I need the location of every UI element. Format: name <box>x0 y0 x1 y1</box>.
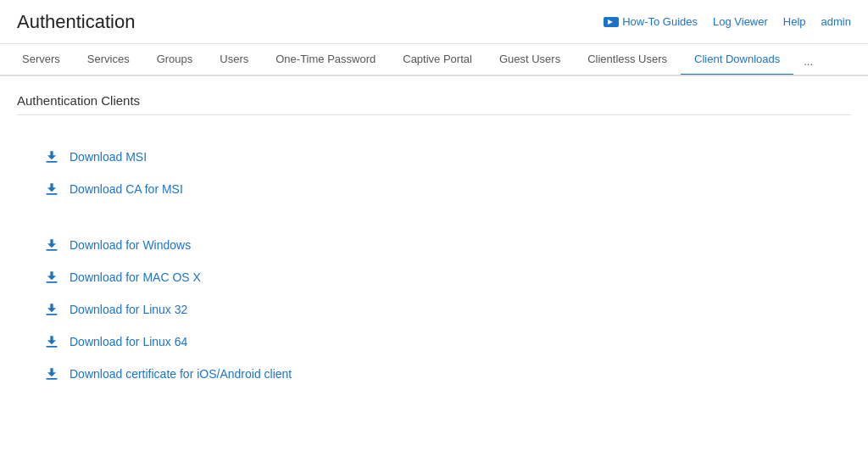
tab-one-time-password[interactable]: One-Time Password <box>262 44 389 76</box>
page-title: Authentication <box>17 11 135 33</box>
how-to-guides-link[interactable]: How-To Guides <box>604 15 698 28</box>
tab-guest-users[interactable]: Guest Users <box>486 44 574 76</box>
svg-rect-2 <box>46 249 57 251</box>
download-icon <box>42 180 61 198</box>
svg-rect-0 <box>46 161 57 163</box>
download-mac-link[interactable]: Download for MAC OS X <box>70 270 201 284</box>
tab-users[interactable]: Users <box>206 44 262 76</box>
download-item-windows[interactable]: Download for Windows <box>42 229 826 261</box>
svg-rect-1 <box>46 193 57 195</box>
download-icon <box>42 148 61 166</box>
svg-rect-6 <box>46 378 57 380</box>
download-ios-android-link[interactable]: Download certificate for iOS/Android cli… <box>70 367 292 381</box>
download-icon <box>42 236 61 254</box>
download-item-linux32[interactable]: Download for Linux 32 <box>42 293 826 326</box>
help-link[interactable]: Help <box>783 15 806 28</box>
admin-link[interactable]: admin <box>821 15 851 28</box>
download-icon <box>42 300 61 319</box>
tab-services[interactable]: Services <box>74 44 143 76</box>
download-linux32-link[interactable]: Download for Linux 32 <box>70 303 187 316</box>
svg-rect-5 <box>46 346 57 348</box>
svg-rect-3 <box>46 281 57 283</box>
divider <box>42 214 826 229</box>
tab-client-downloads[interactable]: Client Downloads <box>681 44 793 76</box>
download-group-2: Download for Windows Download for MAC OS… <box>42 229 826 390</box>
video-icon <box>604 17 619 27</box>
app-header: Authentication How-To Guides Log Viewer … <box>0 0 868 44</box>
download-item-ca-msi[interactable]: Download CA for MSI <box>42 173 826 205</box>
download-ca-msi-link[interactable]: Download CA for MSI <box>70 182 183 196</box>
tab-captive-portal[interactable]: Captive Portal <box>389 44 486 76</box>
main-content: Authentication Clients Download MSI <box>0 76 868 424</box>
tab-clientless-users[interactable]: Clientless Users <box>574 44 681 76</box>
download-item-mac[interactable]: Download for MAC OS X <box>42 261 826 293</box>
download-item-linux64[interactable]: Download for Linux 64 <box>42 326 826 358</box>
download-linux64-link[interactable]: Download for Linux 64 <box>70 335 187 348</box>
download-windows-link[interactable]: Download for Windows <box>70 238 191 252</box>
svg-rect-4 <box>46 314 57 315</box>
header-navigation: How-To Guides Log Viewer Help admin <box>604 15 851 28</box>
download-item-ios-android[interactable]: Download certificate for iOS/Android cli… <box>42 358 826 390</box>
tab-servers[interactable]: Servers <box>8 44 74 76</box>
download-icon <box>42 268 61 287</box>
download-list: Download MSI Download CA for MSI <box>17 132 851 407</box>
log-viewer-link[interactable]: Log Viewer <box>713 15 768 28</box>
tab-more[interactable]: ... <box>793 47 823 76</box>
download-msi-link[interactable]: Download MSI <box>70 150 147 164</box>
download-icon <box>42 332 61 351</box>
tab-groups[interactable]: Groups <box>143 44 207 76</box>
tabs-bar: Servers Services Groups Users One-Time P… <box>0 44 868 76</box>
download-item-msi[interactable]: Download MSI <box>42 141 826 173</box>
download-group-1: Download MSI Download CA for MSI <box>42 141 826 205</box>
section-title: Authentication Clients <box>17 93 851 115</box>
download-icon <box>42 365 61 383</box>
